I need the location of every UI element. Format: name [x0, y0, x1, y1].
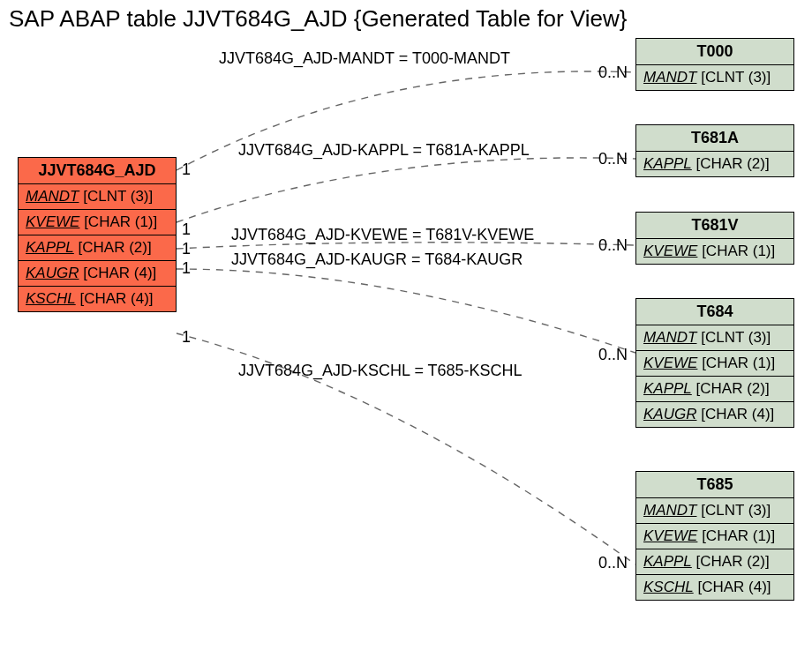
target-table-name: T684: [636, 299, 793, 325]
cardinality-source: 1: [182, 161, 191, 179]
relation-label: JJVT684G_AJD-KSCHL = T685-KSCHL: [238, 362, 523, 380]
target-table-t681v: T681V KVEWE [CHAR (1)]: [635, 212, 794, 265]
table-row: KVEWE [CHAR (1)]: [636, 351, 793, 377]
table-row: MANDT [CLNT (3)]: [636, 325, 793, 351]
target-table-name: T681V: [636, 213, 793, 239]
target-table-name: T000: [636, 39, 793, 65]
table-row: KAPPL [CHAR (2)]: [636, 152, 793, 176]
target-table-t000: T000 MANDT [CLNT (3)]: [635, 38, 794, 91]
table-row: KVEWE [CHAR (1)]: [636, 524, 793, 549]
target-table-t681a: T681A KAPPL [CHAR (2)]: [635, 124, 794, 177]
table-row: KVEWE [CHAR (1)]: [19, 210, 176, 235]
source-table-name: JJVT684G_AJD: [19, 158, 176, 184]
cardinality-target: 0..N: [598, 346, 628, 364]
cardinality-target: 0..N: [598, 64, 628, 82]
relation-label: JJVT684G_AJD-KAPPL = T681A-KAPPL: [238, 141, 530, 160]
cardinality-source: 1: [182, 259, 191, 278]
page-title: SAP ABAP table JJVT684G_AJD {Generated T…: [9, 5, 628, 33]
table-row: MANDT [CLNT (3)]: [19, 184, 176, 210]
target-table-name: T681A: [636, 125, 793, 152]
relation-label: JJVT684G_AJD-MANDT = T000-MANDT: [219, 49, 510, 68]
target-table-t684: T684 MANDT [CLNT (3)] KVEWE [CHAR (1)] K…: [635, 298, 794, 428]
cardinality-target: 0..N: [598, 554, 628, 572]
cardinality-target: 0..N: [598, 150, 628, 168]
table-row: KSCHL [CHAR (4)]: [19, 287, 176, 311]
table-row: MANDT [CLNT (3)]: [636, 65, 793, 90]
source-table: JJVT684G_AJD MANDT [CLNT (3)] KVEWE [CHA…: [18, 157, 177, 312]
cardinality-source: 1: [182, 328, 191, 347]
table-row: KAUGR [CHAR (4)]: [636, 402, 793, 427]
relation-label: JJVT684G_AJD-KVEWE = T681V-KVEWE: [231, 226, 534, 244]
table-row: KAPPL [CHAR (2)]: [636, 549, 793, 575]
table-row: KAUGR [CHAR (4)]: [19, 261, 176, 287]
table-row: KVEWE [CHAR (1)]: [636, 239, 793, 264]
cardinality-source: 1: [182, 220, 191, 239]
table-row: MANDT [CLNT (3)]: [636, 498, 793, 524]
table-row: KSCHL [CHAR (4)]: [636, 575, 793, 600]
cardinality-target: 0..N: [598, 236, 628, 255]
table-row: KAPPL [CHAR (2)]: [19, 235, 176, 261]
table-row: KAPPL [CHAR (2)]: [636, 377, 793, 402]
target-table-t685: T685 MANDT [CLNT (3)] KVEWE [CHAR (1)] K…: [635, 471, 794, 601]
cardinality-source: 1: [182, 240, 191, 258]
er-diagram-canvas: SAP ABAP table JJVT684G_AJD {Generated T…: [0, 0, 812, 665]
target-table-name: T685: [636, 472, 793, 498]
relation-label: JJVT684G_AJD-KAUGR = T684-KAUGR: [231, 250, 523, 269]
